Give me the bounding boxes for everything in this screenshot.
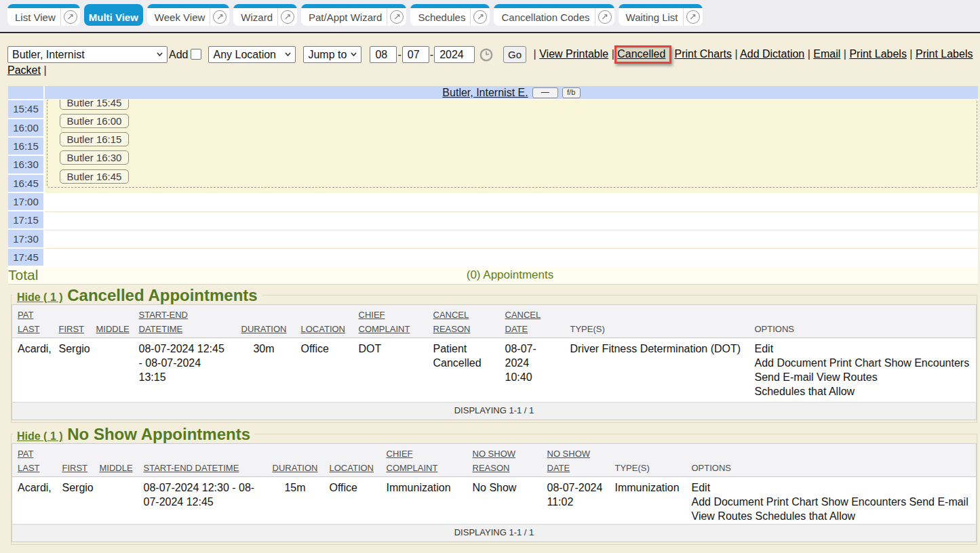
add-dictation-link[interactable]: Add Dictation	[740, 48, 804, 60]
column-sort-link[interactable]: CHIEF COMPLAINT	[359, 310, 410, 334]
slot-button-1545[interactable]: Butler 15:45	[60, 100, 129, 110]
tab-multi-view[interactable]: Multi View	[84, 4, 143, 26]
column-sort-link[interactable]: FIRST	[62, 463, 88, 473]
tab-label: Waiting List	[626, 12, 678, 23]
print-chart-option[interactable]: Print Chart	[829, 357, 881, 369]
provider-select[interactable]: Butler, Internist	[7, 46, 168, 63]
open-new-window-icon[interactable]: ↗	[686, 10, 700, 24]
date-year-input[interactable]	[434, 46, 475, 63]
calendar-clock-icon[interactable]	[479, 48, 493, 62]
open-new-window-icon[interactable]: ↗	[598, 10, 612, 24]
column-sort-link[interactable]: LOCATION	[301, 324, 346, 334]
tab-divider	[683, 8, 684, 26]
slot-button-1600[interactable]: Butler 16:00	[60, 114, 129, 128]
print-labels-link[interactable]: Print Labels	[849, 48, 907, 60]
column-sort-link[interactable]: MIDDLE	[100, 463, 133, 473]
send-email-option[interactable]: Send E-mail	[755, 371, 814, 383]
cell-middle	[91, 338, 134, 403]
total-row: Total (0) Appointments	[8, 267, 978, 285]
date-month-input[interactable]	[370, 46, 397, 63]
time-cell: 16:15	[8, 138, 43, 155]
cell-cancel-date: 08-07-2024 10:40	[500, 338, 565, 403]
add-document-option[interactable]: Add Document	[755, 357, 827, 369]
column-sort-link[interactable]: PAT LAST	[18, 449, 40, 473]
column-sort-link[interactable]: START-END DATETIME	[139, 310, 188, 334]
date-day-input[interactable]	[402, 46, 429, 63]
schedules-that-allow-option[interactable]: Schedules that Allow	[755, 510, 855, 522]
open-new-window-icon[interactable]: ↗	[64, 10, 77, 24]
slot-button-1615[interactable]: Butler 16:15	[60, 132, 129, 146]
location-select[interactable]: Any Location	[208, 46, 296, 63]
column-header-cancel-date: CANCEL DATE	[500, 305, 565, 338]
column-sort-link[interactable]: FIRST	[59, 324, 85, 334]
go-button[interactable]: Go	[503, 46, 526, 63]
add-document-option[interactable]: Add Document	[692, 496, 764, 508]
tab-divider	[595, 8, 595, 26]
tab-divider	[277, 8, 278, 26]
tab-waiting-list[interactable]: Waiting List ↗	[619, 4, 703, 26]
tab-body: List View ↗	[7, 8, 80, 26]
options-line: Edit	[692, 480, 971, 495]
tab-divider	[210, 8, 210, 26]
send-email-option[interactable]: Send E-mail	[909, 496, 968, 508]
cancelled-link[interactable]: Cancelled	[617, 48, 665, 60]
column-header-noshow-date: NO SHOW DATE	[542, 444, 610, 477]
column-header-first: FIRST	[54, 305, 91, 338]
column-sort-link[interactable]: START-END DATETIME	[144, 463, 239, 473]
column-sort-link[interactable]: LOCATION	[330, 463, 374, 473]
view-routes-option[interactable]: View Routes	[692, 510, 753, 522]
column-sort-link[interactable]: DURATION	[241, 324, 287, 334]
tab-week-view[interactable]: Week View ↗	[147, 4, 229, 26]
front-back-button[interactable]: f/b	[562, 87, 581, 98]
tab-body: Wizard ↗	[233, 8, 297, 26]
noshow-section-legend: Hide ( 1 ) No Show Appointments	[13, 426, 254, 443]
show-encounters-option[interactable]: Show Encounters	[821, 496, 906, 508]
print-charts-link[interactable]: Print Charts	[674, 48, 731, 60]
tab-cancellation-codes[interactable]: Cancellation Codes ↗	[494, 4, 614, 26]
table-footer-row: DISPLAYING 1-1 / 1	[12, 403, 977, 420]
time-cell: 15:45	[8, 100, 43, 117]
tab-pat-appt-wizard[interactable]: Pat/Appt Wizard ↗	[301, 4, 406, 26]
column-sort-link[interactable]: CHIEF COMPLAINT	[387, 449, 438, 473]
select-wrapper: Any Location	[201, 46, 296, 63]
time-cell: 17:45	[8, 249, 43, 266]
time-cell: 17:30	[8, 230, 43, 247]
grid-corner-cell	[8, 86, 43, 99]
provider-header-link[interactable]: Butler, Internist E.	[442, 87, 528, 99]
hide-cancelled-link[interactable]: Hide ( 1 )	[17, 291, 63, 303]
hide-noshow-link[interactable]: Hide ( 1 )	[17, 430, 63, 442]
tab-schedules[interactable]: Schedules ↗	[410, 4, 490, 26]
edit-option[interactable]: Edit	[755, 343, 774, 354]
open-new-window-icon[interactable]: ↗	[213, 10, 227, 24]
column-sort-link[interactable]: MIDDLE	[96, 324, 130, 334]
column-sort-link[interactable]: PAT LAST	[18, 310, 40, 334]
open-new-window-icon[interactable]: ↗	[390, 10, 404, 24]
show-encounters-option[interactable]: Show Encounters	[884, 357, 969, 369]
column-sort-link[interactable]: NO SHOW REASON	[473, 449, 516, 473]
column-sort-link[interactable]: NO SHOW DATE	[547, 449, 591, 473]
column-sort-link[interactable]: CANCEL DATE	[505, 310, 541, 334]
print-chart-option[interactable]: Print Chart	[766, 496, 818, 508]
email-link[interactable]: Email	[813, 48, 840, 60]
noshow-section-title: No Show Appointments	[67, 425, 250, 443]
options-line: Edit	[755, 342, 971, 356]
slot-button-1645[interactable]: Butler 16:45	[60, 169, 129, 184]
cancelled-section-title: Cancelled Appointments	[67, 286, 257, 304]
column-sort-link[interactable]: DURATION	[273, 463, 318, 473]
date-separator: -	[430, 49, 433, 60]
edit-option[interactable]: Edit	[692, 482, 711, 493]
schedules-that-allow-option[interactable]: Schedules that Allow	[755, 386, 855, 397]
column-sort-link[interactable]: CANCEL REASON	[433, 310, 471, 334]
tab-wizard[interactable]: Wizard ↗	[233, 4, 297, 26]
options-line: Add Document Print Chart Show Encounters…	[692, 495, 971, 523]
open-new-window-icon[interactable]: ↗	[281, 10, 294, 24]
tab-body: Cancellation Codes ↗	[494, 8, 614, 26]
view-routes-option[interactable]: View Routes	[817, 371, 878, 383]
open-new-window-icon[interactable]: ↗	[473, 10, 487, 24]
view-printable-link[interactable]: View Printable	[539, 48, 608, 60]
jump-to-select[interactable]: Jump to	[303, 46, 361, 63]
slot-button-1630[interactable]: Butler 16:30	[60, 150, 129, 165]
collapse-column-button[interactable]: —	[532, 87, 558, 98]
tab-list-view[interactable]: List View ↗	[7, 4, 80, 26]
add-provider-checkbox[interactable]	[191, 49, 201, 60]
